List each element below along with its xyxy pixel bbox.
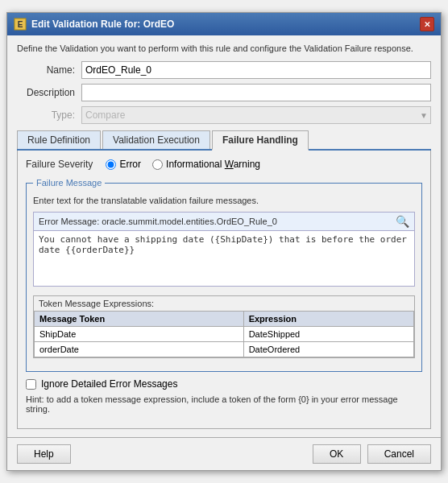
message-header: Error Message: oracle.summit.model.entit…	[33, 212, 415, 230]
title-bar: E Edit Validation Rule for: OrdEO ✕	[7, 13, 441, 35]
radio-warning-label: Informational Warning	[166, 159, 260, 170]
severity-label: Failure Severity	[26, 159, 93, 170]
tabs: Rule Definition Validation Execution Fai…	[17, 130, 431, 149]
ignore-checkbox-label: Ignore Detailed Error Messages	[41, 378, 177, 390]
expression-cell-shipped: DateShipped	[243, 327, 413, 342]
dialog-window: E Edit Validation Rule for: OrdEO ✕ Defi…	[6, 12, 442, 471]
type-label: Type:	[17, 109, 81, 121]
token-cell-orderdate: orderDate	[35, 342, 244, 357]
footer-right: OK Cancel	[313, 444, 431, 464]
expression-cell-ordered: DateOrdered	[243, 342, 413, 357]
dialog-icon: E	[14, 18, 27, 31]
failure-message-subtitle: Enter text for the translatable validati…	[33, 196, 415, 205]
token-cell-shipdate: ShipDate	[35, 327, 244, 342]
token-header-expression: Expression	[243, 312, 413, 327]
dialog-title: Edit Validation Rule for: OrdEO	[31, 19, 174, 30]
search-icon[interactable]: 🔍	[396, 215, 409, 228]
description-label: Description	[17, 87, 81, 98]
svg-text:E: E	[18, 20, 23, 29]
title-bar-left: E Edit Validation Rule for: OrdEO	[14, 18, 174, 31]
description-input[interactable]	[81, 84, 431, 101]
severity-row: Failure Severity Error Informational War…	[26, 159, 422, 170]
name-input[interactable]	[81, 61, 431, 79]
radio-warning-option[interactable]: Informational Warning	[152, 159, 260, 170]
radio-error-label: Error	[119, 159, 141, 170]
help-button[interactable]: Help	[17, 444, 71, 464]
tab-validation-execution[interactable]: Validation Execution	[102, 130, 210, 149]
radio-warning-input[interactable]	[152, 159, 163, 170]
cancel-button[interactable]: Cancel	[367, 444, 431, 464]
message-header-text: Error Message: oracle.summit.model.entit…	[39, 217, 277, 226]
name-label: Name:	[17, 64, 81, 76]
failure-message-legend: Failure Message	[33, 178, 105, 188]
type-select[interactable]: Compare	[81, 106, 431, 124]
radio-group: Error Informational Warning	[106, 159, 260, 170]
dialog-footer: Help OK Cancel	[7, 437, 441, 470]
table-row: orderDate DateOrdered	[35, 342, 414, 357]
tab-failure-handling[interactable]: Failure Handling	[212, 130, 309, 151]
token-section: Token Message Expressions: Message Token…	[33, 295, 415, 358]
footer-left: Help	[17, 444, 71, 464]
intro-text: Define the Validation you want to perfor…	[17, 43, 431, 53]
table-row: ShipDate DateShipped	[35, 327, 414, 342]
name-row: Name:	[17, 61, 431, 79]
tab-rule-definition[interactable]: Rule Definition	[17, 130, 101, 149]
failure-message-fieldset: Failure Message Enter text for the trans…	[26, 178, 422, 372]
token-title: Token Message Expressions:	[34, 296, 414, 311]
ok-button[interactable]: OK	[313, 444, 361, 464]
description-row: Description	[17, 84, 431, 101]
dialog-body: Define the Validation you want to perfor…	[7, 35, 441, 437]
type-select-wrapper: Compare ▼	[81, 106, 431, 124]
ignore-checkbox-row: Ignore Detailed Error Messages	[26, 378, 422, 390]
radio-error-input[interactable]	[106, 159, 116, 170]
close-button[interactable]: ✕	[420, 17, 434, 31]
token-table: Message Token Expression ShipDate DateSh…	[34, 311, 414, 357]
type-row: Type: Compare ▼	[17, 106, 431, 124]
message-box-container: Error Message: oracle.summit.model.entit…	[33, 212, 415, 289]
tabs-container: Rule Definition Validation Execution Fai…	[17, 130, 431, 151]
token-header-token: Message Token	[35, 312, 244, 327]
error-message-textarea[interactable]: You cannot have a shipping date ({ShipDa…	[33, 230, 415, 287]
radio-error-option[interactable]: Error	[106, 159, 141, 170]
tab-content-failure-handling: Failure Severity Error Informational War…	[17, 151, 431, 429]
hint-text: Hint: to add a token message expression,…	[26, 394, 422, 414]
ignore-checkbox[interactable]	[26, 379, 36, 390]
